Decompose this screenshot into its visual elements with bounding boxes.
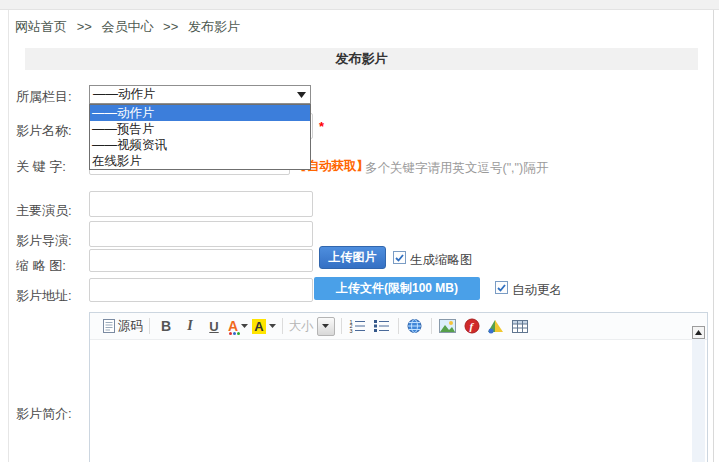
breadcrumb-home-link[interactable]: 网站首页 [15, 19, 67, 34]
font-size-dropdown-button[interactable] [317, 317, 335, 336]
text-color-button[interactable]: A [226, 315, 250, 337]
rich-text-editor: 源码 B I U A A 大小 [89, 312, 708, 462]
movie-name-label: 影片名称: [16, 122, 92, 140]
publish-movie-page: 网站首页 >> 会员中心 >> 发布影片 发布影片 所属栏目: ——动作片 ——… [0, 0, 719, 462]
breadcrumb-current: 发布影片 [188, 19, 240, 34]
auto-rename-label: 自动更名 [512, 282, 562, 299]
underline-button[interactable]: U [202, 315, 226, 337]
editor-toolbar: 源码 B I U A A 大小 [90, 313, 707, 340]
highlight-color-button[interactable]: A [250, 315, 277, 337]
category-option-trailer[interactable]: ——预告片 [90, 121, 310, 137]
breadcrumb-member-center-link[interactable]: 会员中心 [101, 19, 153, 34]
toolbar-divider [431, 318, 432, 334]
insert-media-button[interactable] [484, 315, 508, 337]
svg-text:3: 3 [350, 328, 353, 334]
insert-link-button[interactable] [403, 315, 427, 337]
category-selected-value: ——动作片 [90, 86, 297, 103]
thumbnail-label: 缩 略 图: [16, 257, 92, 275]
source-code-button[interactable]: 源码 [98, 315, 145, 337]
toolbar-divider [398, 318, 399, 334]
category-select[interactable]: ——动作片 [89, 85, 311, 104]
page-title: 发布影片 [25, 48, 698, 70]
arrow-up-icon [695, 330, 702, 335]
editor-scrollbar[interactable] [692, 326, 705, 462]
upload-file-button[interactable]: 上传文件(限制100 MB) [314, 277, 480, 300]
media-icon [487, 319, 504, 334]
table-icon [512, 320, 528, 333]
font-size-select[interactable]: 大小 [289, 317, 335, 336]
category-option-action[interactable]: ——动作片 [90, 105, 310, 121]
generate-thumbnail-checkbox[interactable] [393, 251, 406, 264]
director-label: 影片导演: [16, 232, 92, 250]
image-icon [439, 319, 456, 333]
editor-body[interactable] [91, 340, 706, 462]
required-mark: * [319, 119, 324, 134]
top-strip [0, 0, 719, 10]
keywords-hint: 多个关键字请用英文逗号(",")隔开 [365, 160, 548, 177]
breadcrumb-separator: >> [77, 19, 92, 34]
font-size-label: 大小 [289, 318, 314, 335]
toolbar-divider [282, 318, 283, 334]
ordered-list-button[interactable]: 123 [346, 315, 370, 337]
auto-rename-checkbox[interactable] [495, 281, 508, 294]
chevron-down-icon [269, 324, 276, 328]
flash-icon: f [464, 318, 480, 334]
insert-table-button[interactable] [508, 315, 532, 337]
keywords-label: 关 键 字: [16, 158, 92, 176]
category-dropdown-list: ——动作片 ——预告片 ——视频资讯 在线影片 [89, 104, 311, 170]
unordered-list-icon [373, 319, 390, 333]
text-color-icon: A [228, 318, 238, 334]
toolbar-divider [149, 318, 150, 334]
italic-button[interactable]: I [178, 315, 202, 337]
thumbnail-input[interactable] [89, 249, 313, 272]
content-panel: 网站首页 >> 会员中心 >> 发布影片 发布影片 所属栏目: ——动作片 ——… [8, 10, 714, 462]
breadcrumb: 网站首页 >> 会员中心 >> 发布影片 [15, 18, 240, 36]
director-input[interactable] [89, 221, 313, 247]
upload-image-button[interactable]: 上传图片 [319, 246, 386, 269]
breadcrumb-separator: >> [163, 19, 178, 34]
toolbar-divider [341, 318, 342, 334]
bold-button[interactable]: B [154, 315, 178, 337]
category-option-video-news[interactable]: ——视频资讯 [90, 137, 310, 153]
chevron-down-icon [241, 324, 248, 328]
movie-url-label: 影片地址: [16, 287, 92, 305]
highlight-color-icon: A [252, 319, 265, 334]
scroll-up-button[interactable] [692, 326, 705, 339]
category-label: 所属栏目: [16, 88, 92, 106]
actors-input[interactable] [89, 191, 313, 217]
generate-thumbnail-label: 生成缩略图 [410, 252, 473, 269]
actors-label: 主要演员: [16, 202, 92, 220]
insert-flash-button[interactable]: f [460, 315, 484, 337]
globe-icon [406, 318, 423, 334]
intro-label: 影片简介: [16, 405, 92, 423]
unordered-list-button[interactable] [370, 315, 394, 337]
category-option-online-movie[interactable]: 在线影片 [90, 153, 310, 169]
source-code-label: 源码 [118, 318, 143, 335]
movie-url-input[interactable] [89, 278, 313, 302]
source-page-icon [103, 319, 115, 333]
ordered-list-icon: 123 [349, 319, 366, 333]
insert-image-button[interactable] [436, 315, 460, 337]
chevron-down-icon [297, 92, 310, 98]
